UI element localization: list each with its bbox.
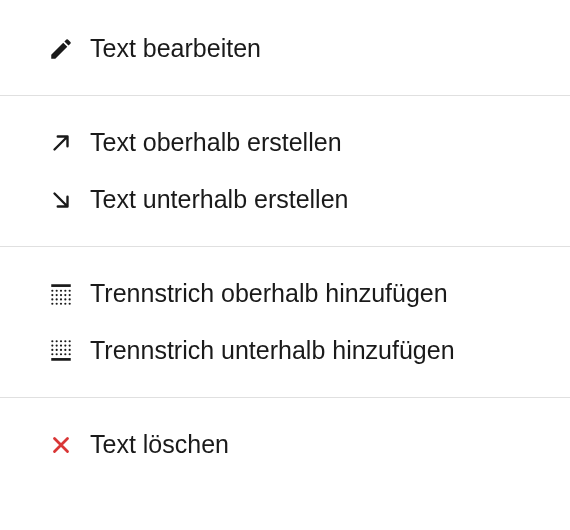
svg-point-23 xyxy=(60,340,62,342)
border-bottom-icon xyxy=(48,338,74,364)
svg-point-33 xyxy=(60,348,62,350)
svg-point-11 xyxy=(51,298,53,300)
menu-group-edit: Text bearbeiten xyxy=(0,20,570,96)
svg-rect-0 xyxy=(51,284,71,287)
svg-point-32 xyxy=(56,348,58,350)
svg-point-29 xyxy=(64,344,66,346)
svg-point-24 xyxy=(64,340,66,342)
svg-point-25 xyxy=(69,340,71,342)
add-divider-above-item[interactable]: Trennstrich oberhalb hinzufügen xyxy=(0,265,570,322)
svg-point-1 xyxy=(51,289,53,291)
svg-point-35 xyxy=(69,348,71,350)
svg-point-37 xyxy=(56,353,58,355)
svg-point-9 xyxy=(64,294,66,296)
svg-point-3 xyxy=(60,289,62,291)
svg-point-15 xyxy=(69,298,71,300)
arrow-up-right-icon xyxy=(48,130,74,156)
svg-point-14 xyxy=(64,298,66,300)
context-menu: Text bearbeiten Text oberhalb erstellen … xyxy=(0,0,570,491)
svg-point-22 xyxy=(56,340,58,342)
delete-text-item[interactable]: Text löschen xyxy=(0,416,570,473)
svg-point-38 xyxy=(60,353,62,355)
svg-point-10 xyxy=(69,294,71,296)
svg-point-27 xyxy=(56,344,58,346)
svg-point-8 xyxy=(60,294,62,296)
svg-point-30 xyxy=(69,344,71,346)
arrow-down-right-icon xyxy=(48,187,74,213)
svg-rect-41 xyxy=(51,358,71,361)
svg-point-21 xyxy=(51,340,53,342)
svg-point-17 xyxy=(56,302,58,304)
edit-text-item[interactable]: Text bearbeiten xyxy=(0,20,570,77)
svg-point-12 xyxy=(56,298,58,300)
svg-point-13 xyxy=(60,298,62,300)
menu-group-divider: Trennstrich oberhalb hinzufügen Trennstr… xyxy=(0,247,570,398)
delete-text-label: Text löschen xyxy=(90,430,229,459)
add-divider-below-label: Trennstrich unterhalb hinzufügen xyxy=(90,336,455,365)
add-divider-above-label: Trennstrich oberhalb hinzufügen xyxy=(90,279,448,308)
close-icon xyxy=(48,432,74,458)
svg-point-34 xyxy=(64,348,66,350)
svg-point-19 xyxy=(64,302,66,304)
svg-point-18 xyxy=(60,302,62,304)
svg-point-16 xyxy=(51,302,53,304)
add-divider-below-item[interactable]: Trennstrich unterhalb hinzufügen xyxy=(0,322,570,379)
svg-point-26 xyxy=(51,344,53,346)
svg-point-39 xyxy=(64,353,66,355)
svg-point-36 xyxy=(51,353,53,355)
svg-point-4 xyxy=(64,289,66,291)
svg-point-40 xyxy=(69,353,71,355)
svg-point-20 xyxy=(69,302,71,304)
svg-point-2 xyxy=(56,289,58,291)
menu-group-create: Text oberhalb erstellen Text unterhalb e… xyxy=(0,96,570,247)
svg-point-5 xyxy=(69,289,71,291)
svg-point-28 xyxy=(60,344,62,346)
border-top-icon xyxy=(48,281,74,307)
edit-text-label: Text bearbeiten xyxy=(90,34,261,63)
create-text-below-item[interactable]: Text unterhalb erstellen xyxy=(0,171,570,228)
create-text-above-label: Text oberhalb erstellen xyxy=(90,128,342,157)
svg-point-7 xyxy=(56,294,58,296)
svg-point-31 xyxy=(51,348,53,350)
create-text-above-item[interactable]: Text oberhalb erstellen xyxy=(0,114,570,171)
pencil-icon xyxy=(48,36,74,62)
menu-group-delete: Text löschen xyxy=(0,398,570,491)
create-text-below-label: Text unterhalb erstellen xyxy=(90,185,348,214)
svg-point-6 xyxy=(51,294,53,296)
